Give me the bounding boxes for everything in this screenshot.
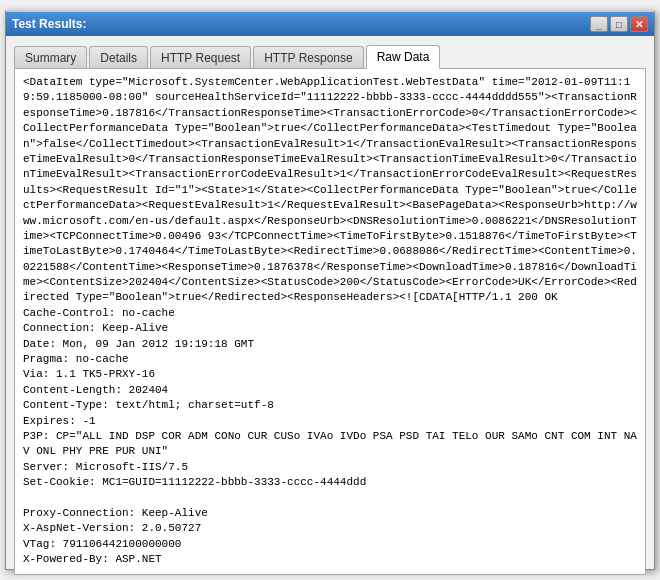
tab-http-request[interactable]: HTTP Request [150, 46, 251, 69]
window-content: Summary Details HTTP Request HTTP Respon… [6, 36, 654, 580]
tab-summary[interactable]: Summary [14, 46, 87, 69]
minimize-button[interactable]: _ [590, 16, 608, 32]
tab-bar: Summary Details HTTP Request HTTP Respon… [14, 44, 646, 68]
raw-data-text-area[interactable]: <DataItem type="Microsoft.SystemCenter.W… [15, 69, 645, 574]
window-title: Test Results: [12, 17, 86, 31]
tab-raw-data[interactable]: Raw Data [366, 45, 441, 69]
tab-details[interactable]: Details [89, 46, 148, 69]
window-close-button[interactable]: ✕ [630, 16, 648, 32]
tab-content-panel: <DataItem type="Microsoft.SystemCenter.W… [14, 68, 646, 575]
maximize-button[interactable]: □ [610, 16, 628, 32]
title-bar-buttons: _ □ ✕ [590, 16, 648, 32]
tab-http-response[interactable]: HTTP Response [253, 46, 363, 69]
title-bar: Test Results: _ □ ✕ [6, 12, 654, 36]
test-results-window: Test Results: _ □ ✕ Summary Details HTTP… [5, 10, 655, 570]
